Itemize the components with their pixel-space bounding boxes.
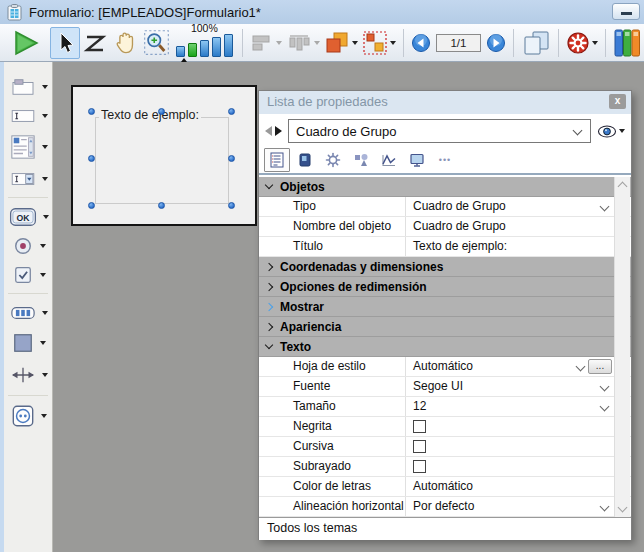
tool-dropdown-icon[interactable] [40,341,46,345]
zoom-bars[interactable] [176,34,233,57]
tab-objects[interactable] [348,148,374,172]
tool-text-input[interactable] [9,103,48,128]
row-alineacion-horizontal: Alineación horizontal Por defecto [259,497,631,517]
property-value-checkbox [405,437,614,456]
property-value-dropdown[interactable]: Segoe UI [405,377,614,396]
toolbar: 100% [0,24,644,62]
tool-button-grid[interactable] [9,300,48,325]
tool-dropdown-icon[interactable] [41,414,47,418]
selection-handle-e[interactable] [228,155,235,162]
tool-dropdown-icon[interactable] [42,114,48,118]
tab-display[interactable] [404,148,430,172]
tool-dropdown-icon[interactable] [40,244,46,248]
settings-button[interactable] [564,27,600,59]
tool-checkbox[interactable] [11,262,46,287]
view-options-button[interactable] [597,125,625,138]
tab-data[interactable] [292,148,318,172]
property-value-dropdown[interactable]: 12 [405,397,614,416]
tab-property-list[interactable] [264,148,290,172]
zoom-bar-800[interactable] [224,34,233,57]
tool-dropdown-icon[interactable] [42,145,48,149]
tool-button[interactable]: OK [8,204,49,229]
tool-dropdown-icon[interactable] [40,273,46,277]
selection-handle-ne[interactable] [228,108,235,115]
group-button[interactable] [360,27,398,59]
tool-dropdown-icon[interactable] [42,373,48,377]
layers-icon [324,30,350,56]
entry-order-tool-button[interactable] [80,27,110,59]
run-form-button[interactable] [8,27,42,59]
tab-events[interactable] [376,148,402,172]
library-button[interactable] [611,27,644,59]
next-object-icon[interactable] [275,126,282,136]
property-value-dropdown[interactable]: Cuadro de Grupo [405,197,614,216]
tool-group-box[interactable] [9,74,48,99]
tool-combo-box[interactable] [9,166,48,191]
zoom-bar-100-active[interactable] [188,43,197,57]
layers-button[interactable] [322,27,360,59]
zoom-bar-400[interactable] [212,37,221,57]
page-indicator[interactable]: 1/1 [436,34,481,52]
property-label: Color de letras [259,477,405,496]
prev-object-icon[interactable] [265,126,272,136]
checkbox-unchecked[interactable] [413,460,426,473]
zoom-bar-50[interactable] [176,46,185,57]
pan-tool-button[interactable] [110,27,141,59]
tool-dropdown-icon[interactable] [42,85,48,89]
section-mostrar[interactable]: Mostrar [259,297,631,317]
checkbox-unchecked[interactable] [413,420,426,433]
selection-handle-n[interactable] [158,108,165,115]
tool-plugin-area[interactable] [10,402,47,430]
section-objetos[interactable]: Objetos [259,177,631,197]
form-editor-window: Formulario: [EMPLEADOS]Formulario1* [0,0,644,552]
selection-handle-sw[interactable] [88,202,95,209]
checkbox-unchecked[interactable] [413,440,426,453]
tab-more[interactable]: ••• [432,148,458,172]
tool-radio-button[interactable] [11,233,46,258]
section-texto[interactable]: Texto [259,337,631,357]
section-coordenadas[interactable]: Coordenadas y dimensiones [259,257,631,277]
form-pages-button[interactable] [519,27,553,59]
select-tool-button[interactable] [50,27,80,59]
group-box-object[interactable]: Texto de ejemplo: [95,117,229,204]
tab-options[interactable] [320,148,346,172]
toolbar-separator [605,29,606,57]
layers-dropdown-icon [352,41,358,45]
property-value-dropdown[interactable]: Por defecto [405,497,614,516]
selection-handle-w[interactable] [88,155,95,162]
property-value-text[interactable]: Automático [405,477,614,496]
tool-list-box[interactable] [9,132,48,162]
row-negrita: Negrita [259,417,631,437]
section-apariencia[interactable]: Apariencia [259,317,631,337]
tool-dropdown-icon[interactable] [42,177,48,181]
zoom-tool-button[interactable] [141,27,172,59]
property-value-dropdown[interactable]: Automático ... [405,357,614,376]
object-selector-dropdown[interactable]: Cuadro de Grupo [288,119,591,143]
form-pages-icon [521,29,551,57]
zoom-level-control[interactable]: 100% [176,23,233,62]
tool-splitter[interactable] [9,361,48,389]
panel-scrollbar[interactable] [614,177,630,517]
selection-handle-s[interactable] [158,202,165,209]
scroll-up-icon[interactable] [618,182,628,192]
form-canvas[interactable]: Texto de ejemplo: [71,85,257,226]
selection-handle-se[interactable] [228,202,235,209]
section-redimension[interactable]: Opciones de redimensión [259,277,631,297]
monitor-icon [409,152,425,168]
tool-dropdown-icon[interactable] [43,215,49,219]
tool-dropdown-icon[interactable] [42,311,48,315]
zoom-bar-200[interactable] [200,40,209,57]
themes-footer[interactable]: Todos los temas [259,517,631,540]
page-next-button[interactable] [484,27,508,59]
close-icon[interactable]: x [609,94,626,109]
selection-handle-nw[interactable] [88,108,95,115]
property-value-text[interactable]: Cuadro de Grupo [405,217,614,236]
toolbar-separator [403,29,404,57]
page-prev-button[interactable] [409,27,433,59]
tool-rectangle[interactable] [11,329,46,357]
scroll-down-icon[interactable] [618,503,628,513]
row-nombre: Nombre del objeto Cuadro de Grupo [259,217,631,237]
minimize-button[interactable] [612,3,640,20]
more-options-button[interactable]: ... [588,359,612,374]
property-value-text[interactable]: Texto de ejemplo: [405,237,614,256]
